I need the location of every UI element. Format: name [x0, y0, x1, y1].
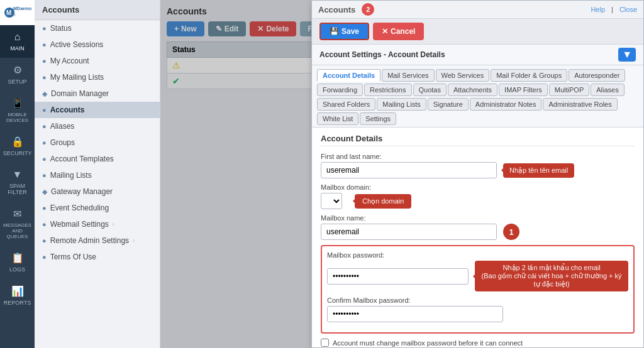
sessions-icon: ● [42, 41, 47, 48]
sidebar-item-setup[interactable]: ⚙ SETUP [0, 58, 35, 91]
tab-mail-services[interactable]: Mail Services [382, 69, 434, 82]
tab-forwarding[interactable]: Forwarding [317, 84, 363, 96]
sidebar-item-logs[interactable]: 📋 LOGS [0, 246, 35, 279]
save-button[interactable]: 💾 Save [319, 23, 369, 40]
close-link[interactable]: Close [619, 6, 637, 13]
tab-aliases[interactable]: Aliases [591, 84, 624, 96]
tab-shared-folders[interactable]: Shared Folders [317, 98, 375, 111]
nav-item-terms[interactable]: ● Terms Of Use [35, 249, 160, 265]
sidebar-item-reports[interactable]: 📊 REPORTS [0, 279, 35, 312]
tab-web-services[interactable]: Web Services [436, 69, 490, 82]
secondary-nav: Accounts ● Status ● Active Sessions ● My… [35, 0, 160, 348]
first-last-name-input[interactable] [321, 162, 497, 178]
mailbox-domain-hint: Chọn domain [355, 194, 411, 209]
form-section-title: Account Details [321, 134, 635, 146]
save-icon: 💾 [330, 27, 339, 36]
nav-item-my-account[interactable]: ● My Account [35, 53, 160, 69]
nav-item-event-scheduling[interactable]: ● Event Scheduling [35, 200, 160, 216]
nav-item-webmail-settings[interactable]: ● Webmail Settings › [35, 216, 160, 232]
sidebar-label-reports: REPORTS [4, 300, 31, 306]
sidebar-item-mobile[interactable]: 📱 MOBILE DEVICES [0, 91, 35, 129]
confirm-password-input[interactable] [327, 306, 503, 322]
nav-item-gateway-manager[interactable]: ◆ Gateway Manager [35, 183, 160, 200]
nav-label-webmail-settings: Webmail Settings [50, 220, 109, 229]
nav-item-aliases[interactable]: ● Aliases [35, 118, 160, 134]
sidebar-item-main[interactable]: ⌂ MAIN [0, 25, 35, 58]
must-change-password-label: Account must change mailbox password bef… [333, 339, 523, 347]
chevron-down-icon[interactable]: ▼ [618, 48, 636, 62]
sidebar-item-spam[interactable]: ▼ SPAM FILTER [0, 163, 35, 202]
nav-item-remote-admin[interactable]: ● Remote Admin Settings › [35, 232, 160, 249]
sidebar-label-setup: SETUP [8, 79, 26, 85]
mailbox-name-input[interactable] [321, 224, 497, 240]
password-input[interactable] [327, 268, 469, 285]
confirm-password-label: Confirm Mailbox password: [327, 296, 628, 304]
account-icon: ● [42, 57, 47, 65]
tabs-container: Account Details Mail Services Web Servic… [312, 65, 643, 128]
secondary-nav-header: Accounts [35, 0, 160, 20]
mailbox-name-row: Mailbox name: 1 [321, 214, 635, 240]
tabs-row-1: Account Details Mail Services Web Servic… [317, 69, 638, 82]
help-link[interactable]: Help [591, 6, 605, 13]
remote-icon: ● [42, 237, 47, 244]
tab-settings[interactable]: Settings [360, 112, 396, 125]
password-hint-line1: Nhập 2 lần mật khẩu cho email [502, 264, 600, 271]
first-last-name-row: First and last name: Nhập tên tên email [321, 153, 635, 178]
tab-mail-folder-groups[interactable]: Mail Folder & Groups [491, 69, 567, 82]
tabs-row-2: Forwarding Restrictions Quotas Attachmen… [317, 84, 638, 96]
first-last-name-hint: Nhập tên tên email [503, 163, 574, 178]
mailbox-domain-select[interactable] [321, 193, 342, 209]
modal-topbar-links: Help | Close [591, 6, 637, 13]
tab-white-list[interactable]: White List [317, 112, 358, 125]
webmail-icon: ● [42, 220, 47, 228]
nav-label-aliases: Aliases [50, 122, 75, 131]
terms-icon: ● [42, 253, 47, 261]
modal-topbar: Accounts 2 Help | Close [312, 1, 643, 19]
nav-item-mailing-lists[interactable]: ● Mailing Lists [35, 167, 160, 183]
tab-account-details[interactable]: Account Details [317, 69, 380, 82]
password-hint-line2: (Bao gồm chữ cái viết hoa + chữ thường +… [482, 272, 622, 288]
tab-administrator-notes[interactable]: Administrator Notes [470, 98, 542, 111]
nav-label-gateway-manager: Gateway Manager [51, 187, 113, 196]
home-icon: ⌂ [14, 31, 21, 43]
tab-autoresponder[interactable]: Autoresponder [569, 69, 625, 82]
tabs-row-3: Shared Folders Mailing Lists Signature A… [317, 98, 638, 111]
nav-item-status[interactable]: ● Status [35, 20, 160, 36]
sidebar-label-messages: MESSAGES AND QUEUES [3, 222, 32, 239]
tab-administrative-roles[interactable]: Administrative Roles [543, 98, 617, 111]
nav-label-mailing-lists: Mailing Lists [50, 171, 92, 180]
tab-quotas[interactable]: Quotas [413, 84, 447, 96]
nav-item-my-mailing-lists[interactable]: ● My Mailing Lists [35, 69, 160, 85]
cancel-button[interactable]: ✕ Cancel [373, 23, 424, 40]
nav-item-active-sessions[interactable]: ● Active Sessions [35, 36, 160, 53]
nav-item-accounts[interactable]: ● Accounts [35, 102, 160, 118]
nav-item-account-templates[interactable]: ● Account Templates [35, 151, 160, 167]
tab-multipop[interactable]: MultiPOP [549, 84, 589, 96]
domain-row: Chọn domain [321, 193, 635, 209]
nav-label-status: Status [50, 24, 72, 33]
nav-item-groups[interactable]: ● Groups [35, 134, 160, 151]
nav-item-domain-manager[interactable]: ◆ Domain Manager [35, 85, 160, 102]
nav-label-terms: Terms Of Use [50, 253, 96, 261]
sidebar-label-main: MAIN [10, 45, 25, 52]
checkbox-row-1: Account must change mailbox password bef… [321, 339, 635, 347]
tab-signature[interactable]: Signature [428, 98, 469, 111]
sidebar-item-messages[interactable]: ✉ MESSAGES AND QUEUES [0, 202, 35, 246]
log-icon: 📋 [11, 252, 24, 264]
modal-badge: 2 [362, 3, 374, 16]
tab-restrictions[interactable]: Restrictions [364, 84, 411, 96]
modal-action-bar: 💾 Save ✕ Cancel [312, 19, 643, 45]
sidebar-item-security[interactable]: 🔒 SECURITY [0, 129, 35, 163]
password-hint: Nhập 2 lần mật khẩu cho email (Bao gồm c… [475, 261, 628, 291]
tab-attachments[interactable]: Attachments [448, 84, 497, 96]
mailing-icon: ● [42, 73, 47, 81]
must-change-password-checkbox[interactable] [321, 339, 329, 347]
mailing-lists-icon: ● [42, 171, 47, 179]
nav-label-groups: Groups [50, 138, 75, 147]
tab-imap-filters[interactable]: IMAP Filters [499, 84, 548, 96]
gateway-icon: ◆ [42, 188, 47, 196]
aliases-icon: ● [42, 122, 47, 130]
tab-mailing-lists[interactable]: Mailing Lists [377, 98, 426, 111]
sidebar-label-spam: SPAM FILTER [3, 183, 32, 195]
subtitle-text: Account Settings - Account Details [319, 50, 445, 59]
